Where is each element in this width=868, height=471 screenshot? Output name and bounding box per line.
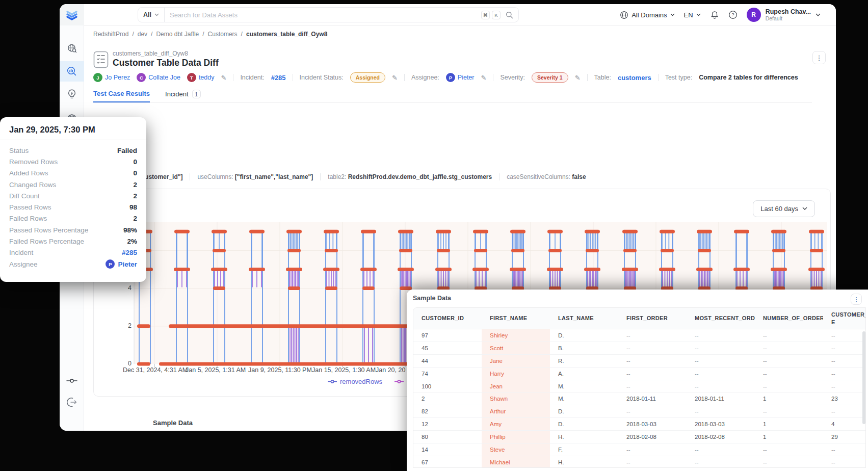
table-cell: -- — [618, 342, 687, 354]
avatar: P — [106, 259, 115, 269]
breadcrumb-separator: / — [241, 31, 243, 38]
sample-data-kebab-button[interactable]: ⋮ — [851, 294, 862, 305]
edit-assignee-icon[interactable]: ✎ — [481, 74, 486, 82]
layers-logo-icon — [65, 9, 78, 21]
severity-label: Severity: — [500, 74, 525, 81]
edit-status-icon[interactable]: ✎ — [392, 74, 398, 82]
top-bar: All ⌘ K All Domains — [60, 4, 836, 25]
table-cell: Steve — [482, 443, 550, 456]
chevron-down-icon — [696, 13, 701, 16]
owner-tag[interactable]: T teddy — [187, 73, 215, 82]
table-cell: Michael — [482, 456, 550, 468]
table-cell: M. — [550, 380, 618, 392]
cmd-key-badge: ⌘ — [481, 11, 490, 19]
pipeline-icon — [66, 377, 77, 384]
table-cell: 2018-02-08 — [618, 431, 687, 443]
header-cell: CUSTOMER_LIFET E — [823, 308, 865, 329]
edit-owners-icon[interactable]: ✎ — [221, 74, 226, 82]
incident-link[interactable]: #285 — [271, 74, 286, 82]
tab-test-case-results[interactable]: Test Case Results — [93, 90, 150, 102]
language-selector[interactable]: EN — [684, 11, 701, 19]
table-cell: 45 — [413, 342, 482, 354]
divider — [587, 74, 588, 81]
user-workspace: Default — [766, 15, 811, 21]
domains-selector[interactable]: All Domains — [620, 11, 674, 19]
lightbulb-icon — [67, 89, 77, 100]
sidebar-item-logout[interactable] — [60, 392, 84, 412]
date-range-select[interactable]: Last 60 days — [753, 200, 815, 217]
table-row: 12AmyD.2018-03-032018-03-0314 — [413, 418, 865, 431]
breadcrumb-item[interactable]: Customers — [208, 31, 238, 38]
table-cell: -- — [687, 456, 755, 468]
page-kebab-menu-button[interactable]: ⋮ — [812, 51, 826, 64]
tab-incident[interactable]: Incident 1 — [165, 90, 201, 102]
table-cell: -- — [823, 443, 865, 456]
breadcrumb-item[interactable]: Demo dbt Jaffle — [156, 31, 199, 38]
table-scrollbar[interactable] — [862, 331, 865, 424]
search-input[interactable] — [165, 11, 481, 19]
avatar: P — [446, 73, 455, 82]
table-cell: -- — [618, 380, 687, 392]
k-key-badge: K — [492, 11, 501, 19]
header-cell: MOST_RECENT_ORDER — [687, 308, 755, 329]
assignee-tag[interactable]: P Pieter — [446, 73, 475, 82]
param-label: useColumns: — [197, 173, 233, 180]
legend-removed-rows[interactable]: removedRows — [328, 378, 382, 385]
meta-row: J Jo Perez C Collate Joe T teddy ✎ Incid… — [93, 72, 798, 83]
sidebar-item-data-quality[interactable] — [60, 61, 84, 82]
table-header-row: CUSTOMER_IDFIRST_NAMELAST_NAMEFIRST_ORDE… — [413, 308, 865, 329]
search-icon[interactable] — [501, 11, 518, 19]
table-cell: -- — [755, 405, 823, 417]
x-axis-tick: Jan 9, 2025, 11:30 PM — [248, 367, 312, 374]
tooltip-row: Passed Rows Percentage98% — [9, 224, 137, 236]
table-cell: -- — [618, 355, 687, 367]
edit-severity-icon[interactable]: ✎ — [575, 74, 581, 82]
user-menu[interactable]: R Rupesh Chav... Default — [747, 8, 821, 22]
avatar: C — [137, 73, 146, 82]
table-cell: -- — [755, 329, 823, 342]
table-cell: Harry — [482, 368, 550, 380]
help-icon[interactable]: ? — [728, 10, 738, 19]
stage: All ⌘ K All Domains — [0, 0, 868, 471]
bell-icon[interactable] — [710, 10, 719, 20]
sample-data-panel: Sample Data ⋮ CUSTOMER_IDFIRST_NAMELAST_… — [407, 290, 868, 471]
table-cell: 97 — [413, 329, 482, 342]
breadcrumb-item[interactable]: RedshiftProd — [93, 31, 128, 38]
table-row: 82ArthurD.-------- — [413, 405, 865, 418]
table-row: 100JeanM.-------- — [413, 380, 865, 393]
param-value: RedshiftProd.dev.demo_dbt_jaffle.stg_cus… — [348, 173, 492, 180]
app-logo[interactable] — [60, 4, 84, 25]
sample-data-table: CUSTOMER_IDFIRST_NAMELAST_NAMEFIRST_ORDE… — [413, 307, 866, 468]
table-cell: -- — [755, 456, 823, 468]
test-case-id: customers_table_diff_Oyw8 — [113, 50, 188, 57]
table-cell: 29 — [823, 431, 865, 443]
param-value: ["first_name","last_name"] — [235, 173, 313, 180]
chevron-down-icon — [154, 13, 159, 16]
table-cell: -- — [687, 368, 755, 380]
table-cell: -- — [687, 405, 755, 417]
sidebar-item-insights[interactable] — [60, 84, 84, 104]
avatar: T — [187, 73, 196, 82]
table-cell: -- — [687, 380, 755, 392]
tooltip-date-title: Jan 29, 2025, 7:30 PM — [0, 117, 146, 140]
owner-tag[interactable]: J Jo Perez — [93, 73, 130, 82]
table-cell: 2018-03-03 — [618, 418, 687, 430]
table-cell: 74 — [413, 368, 482, 380]
owner-tag[interactable]: C Collate Joe — [137, 73, 180, 82]
chevron-down-icon — [816, 13, 821, 17]
table-row: 2ShawnM.2018-01-112018-01-11123 — [413, 392, 865, 405]
table-body: 97ShirleyD.--------45ScottB.--------44Ja… — [413, 329, 865, 468]
tooltip-incident-link[interactable]: #285 — [122, 249, 137, 256]
tooltip-assignee-row: Assignee P Pieter — [9, 258, 137, 270]
table-cell: -- — [823, 380, 865, 392]
table-cell: 1 — [755, 392, 823, 405]
table-cell: -- — [823, 355, 865, 367]
breadcrumb-item[interactable]: dev — [138, 31, 147, 38]
table-cell: Jean — [482, 380, 550, 392]
sidebar-item-data-discovery[interactable] — [60, 38, 84, 59]
search-scope-select[interactable]: All — [138, 11, 164, 18]
sidebar-item-pipeline[interactable] — [60, 371, 84, 391]
table-link[interactable]: customers — [618, 74, 651, 82]
param-value: false — [572, 173, 586, 180]
sample-data-section-title: Sample Data — [153, 419, 193, 427]
